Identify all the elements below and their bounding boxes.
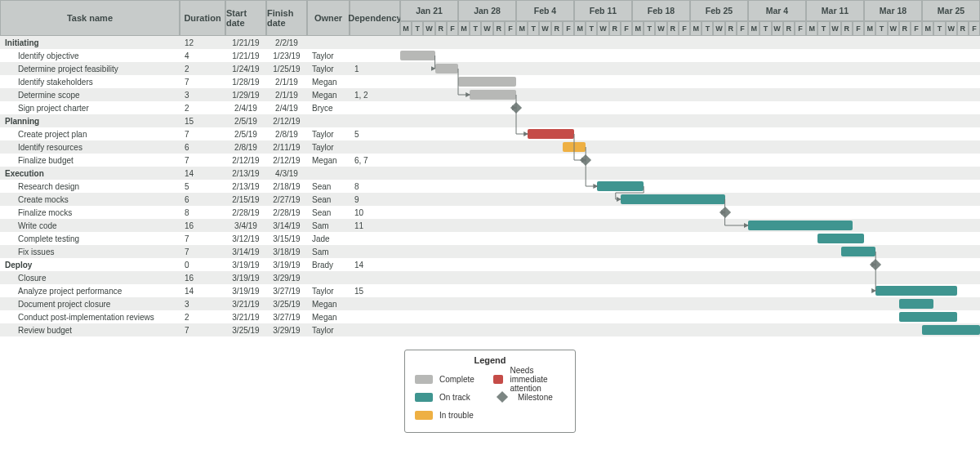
- day-header: W: [772, 21, 783, 36]
- gantt-bar[interactable]: [528, 129, 574, 139]
- table-row[interactable]: Identify objective41/21/191/23/19Taylor: [0, 49, 400, 62]
- gantt-bar[interactable]: [748, 221, 853, 230]
- table-row[interactable]: Execution142/13/194/3/19: [0, 167, 400, 180]
- table-row[interactable]: Write code163/4/193/14/19Sam11: [0, 219, 400, 232]
- day-header: M: [748, 21, 760, 36]
- hdr-task: Task name: [0, 0, 180, 36]
- milestone-icon[interactable]: [580, 154, 591, 166]
- table-row[interactable]: Review budget73/25/193/29/19Taylor: [0, 323, 400, 336]
- table-row[interactable]: Complete testing73/12/193/15/19Jade: [0, 232, 400, 245]
- day-header: R: [899, 21, 911, 36]
- table-row[interactable]: Create mocks62/15/192/27/19Sean9: [0, 193, 400, 206]
- table-row[interactable]: Create project plan72/5/192/8/19Taylor5: [0, 127, 400, 140]
- timeline-row: [400, 206, 980, 219]
- day-header: F: [853, 21, 864, 36]
- cell-task: Sign project charter: [0, 101, 180, 114]
- gantt-bar[interactable]: [899, 312, 957, 322]
- cell-duration: 4: [180, 49, 225, 62]
- gantt-bar[interactable]: [563, 142, 586, 152]
- table-row[interactable]: Finalize mocks82/28/192/28/19Sean10: [0, 206, 400, 219]
- gantt-bar[interactable]: [817, 234, 864, 243]
- cell-duration: 2: [180, 101, 225, 114]
- cell-owner: Jade: [307, 232, 350, 245]
- cell-duration: 5: [180, 180, 225, 193]
- cell-duration: 7: [180, 127, 225, 140]
- cell-finish: 3/18/19: [266, 245, 307, 258]
- day-header: T: [702, 21, 713, 36]
- cell-task: Document project closure: [0, 297, 180, 310]
- table-row[interactable]: Identify stakeholders71/28/192/1/19Megan: [0, 75, 400, 88]
- gantt-bar[interactable]: [435, 64, 458, 74]
- table-row[interactable]: Conduct post-implementation reviews23/21…: [0, 310, 400, 323]
- day-header: R: [783, 21, 795, 36]
- cell-owner: Brady: [307, 258, 350, 271]
- cell-start: 3/4/19: [225, 219, 266, 232]
- cell-start: 3/19/19: [225, 271, 266, 284]
- day-header: T: [412, 21, 423, 36]
- gantt-bar[interactable]: [621, 194, 725, 204]
- gantt-bar[interactable]: [470, 90, 516, 100]
- legend-title: Legend: [415, 355, 565, 365]
- cell-start: 1/21/19: [225, 36, 266, 49]
- cell-task: Deploy: [0, 258, 180, 271]
- cell-owner: Megan: [307, 154, 350, 167]
- cell-owner: [307, 36, 350, 49]
- milestone-icon[interactable]: [870, 259, 881, 270]
- swatch-trouble: [415, 411, 433, 420]
- table-row[interactable]: Determine scope31/29/192/1/19Megan1, 2: [0, 88, 400, 101]
- cell-owner: Megan: [307, 297, 350, 310]
- cell-duration: 0: [180, 258, 225, 271]
- day-header: T: [760, 21, 771, 36]
- table-row[interactable]: Planning152/5/192/12/19: [0, 114, 400, 127]
- table-row[interactable]: Identify resources62/8/192/11/19Taylor: [0, 140, 400, 154]
- cell-task: Write code: [0, 219, 180, 232]
- cell-owner: Sean: [307, 206, 350, 219]
- day-header: R: [493, 21, 505, 36]
- cell-duration: 3: [180, 297, 225, 310]
- gantt-bar[interactable]: [458, 77, 516, 87]
- cell-dep: 5: [350, 127, 400, 140]
- cell-owner: [307, 271, 350, 284]
- cell-finish: 2/11/19: [266, 140, 307, 154]
- table-row[interactable]: Determine project feasibility21/24/191/2…: [0, 62, 400, 75]
- gantt-bar[interactable]: [922, 325, 980, 335]
- gantt-bar[interactable]: [899, 299, 934, 309]
- week-header: Feb 25: [690, 0, 748, 21]
- table-row[interactable]: Fix issues73/14/193/18/19Sam: [0, 245, 400, 258]
- day-header: R: [609, 21, 621, 36]
- table-row[interactable]: Document project closure33/21/193/25/19M…: [0, 297, 400, 310]
- timeline-row: [400, 180, 980, 193]
- gantt-bar[interactable]: [841, 247, 876, 256]
- cell-start: 2/15/19: [225, 193, 266, 206]
- cell-start: 3/21/19: [225, 297, 266, 310]
- cell-start: 1/24/19: [225, 62, 266, 75]
- milestone-icon[interactable]: [719, 207, 731, 218]
- table-row[interactable]: Finalize budget72/12/192/12/19Megan6, 7: [0, 154, 400, 167]
- cell-task: Determine project feasibility: [0, 62, 180, 75]
- timeline-row: [400, 88, 980, 101]
- table-row[interactable]: Closure163/19/193/29/19: [0, 271, 400, 284]
- cell-duration: 2: [180, 62, 225, 75]
- cell-owner: Sean: [307, 180, 350, 193]
- legend-complete: Complete: [439, 375, 474, 384]
- cell-owner: Taylor: [307, 49, 350, 62]
- gantt-bar[interactable]: [875, 286, 956, 296]
- cell-owner: [307, 114, 350, 127]
- gantt-bar[interactable]: [597, 181, 644, 191]
- cell-dep: 9: [350, 193, 400, 206]
- cell-duration: 14: [180, 167, 225, 180]
- cell-finish: 2/27/19: [266, 193, 307, 206]
- cell-dep: [350, 75, 400, 88]
- table-row[interactable]: Initiating121/21/192/2/19: [0, 36, 400, 49]
- table-row[interactable]: Deploy03/19/193/19/19Brady14: [0, 258, 400, 271]
- cell-dep: [350, 140, 400, 154]
- table-row[interactable]: Sign project charter22/4/192/4/19Bryce: [0, 101, 400, 114]
- day-header: T: [875, 21, 887, 36]
- swatch-needs: [493, 375, 503, 384]
- gantt-bar[interactable]: [400, 51, 435, 60]
- table-row[interactable]: Research design52/13/192/18/19Sean8: [0, 180, 400, 193]
- cell-owner: Sam: [307, 219, 350, 232]
- milestone-icon[interactable]: [510, 102, 522, 114]
- table-row[interactable]: Analyze project performance143/19/193/27…: [0, 284, 400, 297]
- day-header: M: [922, 21, 933, 36]
